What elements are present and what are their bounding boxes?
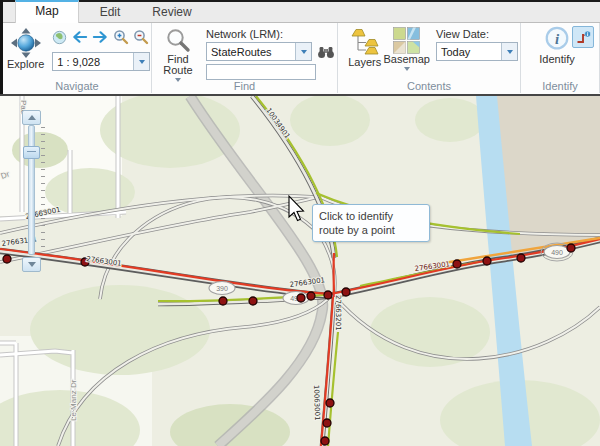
group-label-contents: Contents [338,80,520,92]
identify-icon: i [542,26,572,54]
identify-route-icon [576,30,591,45]
previous-extent-icon[interactable] [71,30,88,44]
tab-bar: Map Edit Review [3,0,600,23]
calibration-point[interactable] [249,297,257,305]
tab-map[interactable]: Map [15,0,79,23]
route-shield-number: 390 [216,285,228,292]
network-lrm-label: Network (LRM): [206,28,335,40]
layers-icon [350,27,380,57]
calibration-point[interactable] [307,292,315,300]
map-canvas[interactable]: 390490490 276630012766310127663001276630… [0,94,600,446]
route-label: 27663201 [334,295,342,331]
find-route-label-2: Route [163,65,192,76]
group-contents: Layers Basemap View Date: Today [338,23,521,93]
zoom-slider-track[interactable] [28,125,35,255]
zoom-in-icon[interactable] [113,29,129,45]
next-extent-icon[interactable] [92,30,109,44]
map-scale-value: 1 : 9,028 [53,56,133,68]
calibration-point[interactable] [326,399,334,407]
route-input[interactable] [206,64,316,80]
calibration-point[interactable] [219,297,227,305]
view-date-label: View Date: [436,28,518,40]
explore-label: Explore [7,59,44,70]
map-scale-combobox[interactable]: 1 : 9,028 [52,52,150,71]
group-navigate: Explore [3,23,152,93]
zoom-slider-up-button[interactable] [22,110,41,125]
tooltip-line-1: Click to identify [319,209,423,223]
calibration-point[interactable] [342,288,350,296]
zoom-slider-down-button[interactable] [22,257,41,272]
map-drawing[interactable]: 390490490 276630012766310127663001276630… [0,96,600,446]
explore-icon [9,27,43,59]
network-lrm-dropdown-arrow[interactable] [295,43,311,60]
calibration-point[interactable] [517,254,525,262]
map-zoom-slider[interactable] [22,110,48,272]
calibration-point[interactable] [324,291,332,299]
find-route-icon [165,27,192,54]
basemap-icon [393,27,420,54]
group-label-navigate: Navigate [3,80,151,92]
layers-label: Layers [348,57,381,68]
tab-edit[interactable]: Edit [79,2,141,22]
calibration-point[interactable] [3,255,11,263]
zoom-slider-ticks [41,127,45,251]
tooltip-line-2: route by a point [319,223,423,237]
network-lrm-combobox[interactable]: StateRoutes [206,42,312,61]
ribbon: Map Edit Review Explore [0,0,600,94]
group-label-find: Find [152,80,337,92]
calibration-point[interactable] [453,260,461,268]
network-lrm-value: StateRoutes [207,46,295,58]
calibration-point[interactable] [321,437,329,445]
view-date-combobox[interactable]: Today [436,42,518,61]
group-identify: i Identify Identify [521,23,600,93]
binoculars-icon[interactable] [317,45,335,59]
globe-icon[interactable] [52,30,67,45]
zoom-out-icon[interactable] [133,29,149,45]
calibration-point[interactable] [323,419,331,427]
map-tooltip: Click to identify route by a point [312,204,430,242]
route-shield-number: 490 [551,249,563,256]
group-find: Find Route Network (LRM): StateRoutes [152,23,338,93]
basemap-caret [404,67,410,71]
view-date-dropdown-arrow[interactable] [501,43,517,60]
identify-route-toggle[interactable] [572,26,594,48]
calibration-point[interactable] [483,257,491,265]
view-date-value: Today [437,46,501,58]
map-scale-dropdown-arrow[interactable] [133,53,149,70]
route-label: 10063001 [312,385,321,421]
calibration-point[interactable] [297,294,305,302]
basemap-label: Basemap [384,54,430,65]
zoom-slider-handle[interactable] [23,146,40,159]
tab-review[interactable]: Review [141,2,203,22]
identify-label: Identify [539,54,574,65]
street-label: Le Manz Dr [69,379,78,421]
calibration-point[interactable] [567,244,575,252]
group-label-identify: Identify [521,80,599,92]
